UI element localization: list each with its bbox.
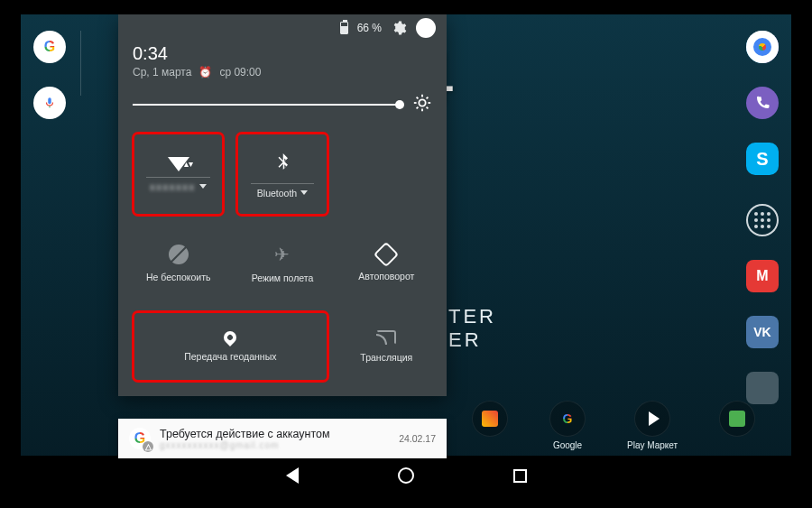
dock-divider	[80, 31, 81, 96]
home-folders: G Google Play Маркет	[472, 401, 755, 450]
app-play-store[interactable]: Play Маркет	[627, 401, 678, 450]
notification-title: Требуется действие с аккаунтом	[160, 428, 390, 440]
warning-badge-icon: △	[143, 441, 153, 452]
notification-card[interactable]: G △ Требуется действие с аккаунтом gxxxx…	[118, 419, 447, 458]
bluetooth-icon	[274, 151, 291, 178]
bluetooth-label: Bluetooth	[257, 188, 297, 199]
settings-gear-icon[interactable]	[391, 20, 407, 36]
phone-icon	[754, 95, 770, 111]
mic-icon	[43, 97, 56, 109]
airplane-label: Режим полета	[252, 272, 314, 283]
app-skype[interactable]: S	[746, 143, 779, 175]
app-gmail[interactable]: M	[746, 260, 779, 292]
panel-date: Ср, 1 марта	[133, 66, 191, 79]
wifi-network-label: xxxxxxx	[150, 181, 196, 192]
user-avatar[interactable]	[416, 18, 436, 38]
grid-icon	[754, 212, 770, 228]
tile-wifi[interactable]: ▴▾ xxxxxxx	[133, 133, 224, 216]
tile-cast[interactable]: Трансляция	[341, 311, 432, 382]
svg-line-8	[427, 97, 429, 99]
nav-back-button[interactable]	[286, 467, 299, 484]
svg-point-0	[419, 99, 425, 106]
tile-bluetooth[interactable]: Bluetooth	[236, 133, 328, 216]
google-icon: G △	[129, 428, 151, 449]
google-search-icon[interactable]: G	[33, 31, 66, 63]
dnd-icon	[169, 245, 189, 264]
qs-tiles: ▴▾ xxxxxxx Bluetooth	[118, 133, 447, 396]
cast-icon	[376, 330, 396, 345]
folder-misc-2[interactable]	[719, 401, 755, 450]
brightness-row	[118, 88, 447, 133]
folder-google-label: Google	[553, 440, 582, 450]
dock-left: G	[33, 31, 66, 119]
dnd-label: Не беспокоить	[146, 272, 211, 282]
tile-location[interactable]: Передача геоданных	[133, 311, 328, 382]
folder-misc-1[interactable]	[472, 401, 508, 450]
tile-airplane[interactable]: ✈ Режим полета	[236, 228, 328, 299]
airplane-icon: ✈	[274, 244, 290, 265]
svg-line-7	[417, 107, 419, 109]
nav-recents-button[interactable]	[513, 469, 527, 483]
tile-dnd[interactable]: Не беспокоить	[133, 228, 224, 299]
brightness-slider[interactable]	[133, 104, 403, 106]
panel-status-bar: 66 %	[118, 14, 447, 42]
svg-line-5	[417, 97, 419, 99]
notification-text: Требуется действие с аккаунтом gxxxxxxxx…	[160, 428, 390, 450]
app-viber[interactable]	[746, 87, 779, 119]
panel-header: 0:34 Ср, 1 марта ⏰ ср 09:00	[118, 42, 447, 88]
play-store-label: Play Маркет	[627, 440, 678, 450]
home-screen: 34 09:00 TERER G S M VK	[21, 14, 791, 495]
auto-brightness-icon[interactable]	[412, 93, 432, 116]
chevron-down-icon	[199, 184, 207, 189]
chevron-down-icon	[300, 190, 308, 195]
app-calculator[interactable]	[746, 372, 779, 404]
dock-right: S M VK	[746, 31, 779, 404]
app-chrome[interactable]	[746, 31, 779, 63]
nav-home-button[interactable]	[398, 467, 414, 484]
navigation-bar	[21, 456, 791, 495]
voice-search-icon[interactable]	[33, 87, 66, 119]
battery-percent: 66 %	[357, 22, 382, 34]
notification-date: 24.02.17	[399, 433, 436, 444]
location-label: Передача геоданных	[184, 351, 276, 362]
svg-line-6	[427, 107, 429, 109]
bg-fragment: TERER	[448, 305, 496, 352]
panel-time: 0:34	[133, 43, 432, 64]
location-icon	[221, 328, 239, 346]
alarm-icon: ⏰	[198, 66, 212, 79]
app-vk[interactable]: VK	[746, 316, 779, 348]
wifi-icon: ▴▾	[168, 157, 189, 171]
quick-settings-panel: 66 % 0:34 Ср, 1 марта ⏰ ср 09:00 ▴▾	[118, 14, 447, 396]
folder-google[interactable]: G Google	[549, 401, 586, 450]
tile-autorotate[interactable]: Автоповорот	[341, 228, 432, 299]
notification-account: gxxxxxxxxxx@gmail.com	[160, 440, 390, 450]
panel-alarm: ср 09:00	[219, 66, 261, 79]
rotate-label: Автоповорот	[358, 271, 414, 282]
rotate-icon	[374, 242, 399, 267]
cast-label: Трансляция	[360, 352, 412, 363]
battery-icon	[340, 22, 348, 34]
app-drawer-button[interactable]	[746, 204, 779, 236]
